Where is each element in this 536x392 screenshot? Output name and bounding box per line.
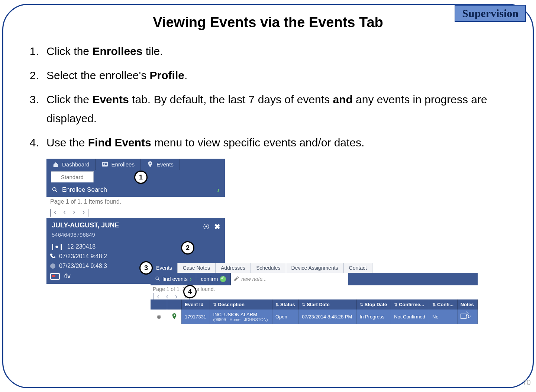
map-pin-icon xyxy=(147,161,154,168)
col-notes[interactable]: Notes xyxy=(457,299,477,310)
col-start-date[interactable]: ⇅Start Date xyxy=(299,299,356,310)
collapse-icon[interactable]: ˄˅ xyxy=(149,210,156,218)
callout-4: 4 xyxy=(183,285,197,298)
sort-icon: ⇅ xyxy=(432,302,436,307)
new-note-input[interactable]: new note... xyxy=(231,273,348,285)
tab-events[interactable]: Events xyxy=(151,263,178,273)
nav-tab-label: Dashboard xyxy=(62,161,89,168)
device-row[interactable]: 07/23/2014 9:48:2 xyxy=(46,252,225,261)
chevron-right-icon: › xyxy=(190,276,192,282)
nav-tab-events[interactable]: Events xyxy=(141,159,180,170)
search-pager[interactable]: |‹ ‹ › ›| xyxy=(46,207,225,218)
person-card-icon xyxy=(101,161,108,168)
events-table-head: Event Id ⇅Description ⇅Status ⇅Start Dat… xyxy=(151,299,478,310)
search-page-info: Page 1 of 1. 1 items found. xyxy=(46,197,225,207)
enrollee-search-row[interactable]: Enrollee Search › xyxy=(46,182,225,197)
sort-icon: ⇅ xyxy=(275,302,279,307)
svg-line-5 xyxy=(56,190,58,192)
confirm-button[interactable]: confirm xyxy=(196,273,231,285)
tab-schedules[interactable]: Schedules xyxy=(251,263,286,273)
phone-icon xyxy=(50,253,55,260)
sort-icon: ⇅ xyxy=(360,302,363,307)
profile-action-icons: ⦿ ✖ xyxy=(203,222,220,231)
page-title: Viewing Events via the Events Tab xyxy=(16,14,520,30)
toolbar-label: find events xyxy=(162,276,188,282)
tab-device-assignments[interactable]: Device Assignments xyxy=(286,263,344,273)
dashboard-icon xyxy=(52,161,59,168)
col-blank xyxy=(151,299,167,310)
section-badge: Supervision xyxy=(455,5,526,22)
col-status[interactable]: ⇅Status xyxy=(272,299,299,310)
svg-point-6 xyxy=(156,277,158,279)
close-icon[interactable]: ✖ xyxy=(214,222,220,231)
battery-icon xyxy=(50,273,60,280)
events-table: Event Id ⇅Description ⇅Status ⇅Start Dat… xyxy=(151,299,478,324)
chevron-right-icon[interactable]: › xyxy=(217,185,220,194)
row-action-locate[interactable] xyxy=(167,310,182,324)
svg-line-7 xyxy=(158,279,159,281)
event-row[interactable]: ⊗ 17917331 INCLUSION ALARM (09809 - Home… xyxy=(151,310,478,324)
callout-1: 1 xyxy=(134,171,148,184)
instruction-step: Select the enrollee's Profile. xyxy=(42,66,520,85)
svg-rect-3 xyxy=(105,164,107,165)
sort-icon: ⇅ xyxy=(213,302,216,307)
nav-tab-label: Enrollees xyxy=(111,161,135,168)
cell-confi: No xyxy=(429,310,458,324)
instruction-step: Click the Enrollees tile. xyxy=(42,42,520,61)
cell-stop-date: In Progress xyxy=(356,310,391,324)
col-confirmed[interactable]: ⇅Confirme... xyxy=(391,299,429,310)
svg-point-1 xyxy=(103,163,105,165)
svg-rect-2 xyxy=(105,163,107,163)
page-number: 70 xyxy=(523,378,531,387)
slide-frame: Supervision Viewing Events via the Event… xyxy=(2,4,534,388)
app-embed: Dashboard Enrollees Events Standard xyxy=(46,159,478,284)
search-icon xyxy=(155,276,160,282)
cell-notes[interactable]: 0 xyxy=(457,310,477,324)
col-description[interactable]: ⇅Description xyxy=(210,299,272,310)
check-circle-icon xyxy=(220,276,226,282)
edit-icon xyxy=(234,276,239,282)
sort-icon: ⇅ xyxy=(302,302,305,307)
search-icon xyxy=(52,187,58,193)
dot-icon xyxy=(50,263,55,269)
marker-icon: ❙●❙ xyxy=(50,243,64,250)
cell-start-date: 07/23/2014 8:48:28 PM xyxy=(299,310,356,324)
tab-addresses[interactable]: Addresses xyxy=(215,263,251,273)
nav-tab-label: Events xyxy=(156,161,174,168)
find-events-button[interactable]: find events › xyxy=(151,273,196,285)
search-label: Enrollee Search xyxy=(62,186,107,194)
nav-tab-dashboard[interactable]: Dashboard xyxy=(46,159,96,170)
device-label: 12-230418 xyxy=(67,243,96,250)
cell-confirmed: Not Confirmed xyxy=(391,310,429,324)
toolbar-spacer xyxy=(348,273,478,285)
row-action-delete[interactable]: ⊗ xyxy=(151,310,167,324)
new-note-placeholder: new note... xyxy=(241,276,267,282)
enrollee-profile[interactable]: ˄˅ JULY-AUGUST, JUNE 54646498796849 ⦿ ✖ xyxy=(46,218,225,242)
cell-description: INCLUSION ALARM (09809 - Home - JOHNSTON… xyxy=(210,310,272,324)
device-label: 07/23/2014 9:48:3 xyxy=(59,263,107,269)
circle-x-icon: ⊗ xyxy=(156,314,161,320)
tab-contact[interactable]: Contact xyxy=(343,263,372,273)
enrollee-name: JULY-AUGUST, JUNE xyxy=(52,221,220,229)
tab-standard[interactable]: Standard xyxy=(51,171,94,182)
col-confi[interactable]: ⇅Confi... xyxy=(429,299,458,310)
toolbar-label: confirm xyxy=(201,276,218,282)
device-label: 07/23/2014 9:48:2 xyxy=(59,253,107,260)
instruction-step: Click the Events tab. By default, the la… xyxy=(42,90,520,128)
enrollee-id: 54646498796849 xyxy=(52,231,220,238)
top-nav: Dashboard Enrollees Events xyxy=(46,159,225,170)
col-event-id[interactable]: Event Id xyxy=(182,299,210,310)
cell-event-id: 17917331 xyxy=(182,310,210,324)
callout-3: 3 xyxy=(139,261,153,275)
col-stop-date[interactable]: ⇅Stop Date xyxy=(356,299,391,310)
cell-status: Open xyxy=(272,310,299,324)
locate-icon[interactable]: ⦿ xyxy=(203,223,210,231)
instruction-list: Click the Enrollees tile. Select the enr… xyxy=(16,42,520,152)
col-blank xyxy=(167,299,182,310)
note-icon xyxy=(461,314,466,319)
device-row[interactable]: ❙●❙ 12-230418 xyxy=(46,242,225,252)
callout-2: 2 xyxy=(181,241,194,255)
tab-case-notes[interactable]: Case Notes xyxy=(177,263,216,273)
sort-icon: ⇅ xyxy=(394,302,397,307)
nav-tab-enrollees[interactable]: Enrollees xyxy=(96,159,141,170)
